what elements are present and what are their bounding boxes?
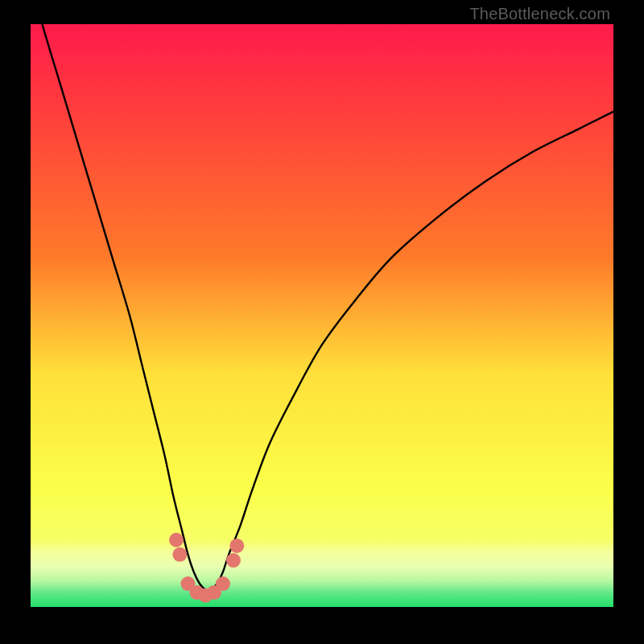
attribution-text: TheBottleneck.com <box>469 5 610 23</box>
svg-rect-0 <box>31 24 613 607</box>
curve-marker-7 <box>226 553 241 568</box>
plot-area <box>31 24 613 607</box>
curve-marker-8 <box>229 539 244 553</box>
curve-marker-1 <box>172 547 187 562</box>
chart-svg <box>31 24 613 607</box>
curve-marker-6 <box>216 576 230 591</box>
chart-frame: TheBottleneck.com <box>0 0 644 644</box>
curve-marker-0 <box>169 533 184 547</box>
